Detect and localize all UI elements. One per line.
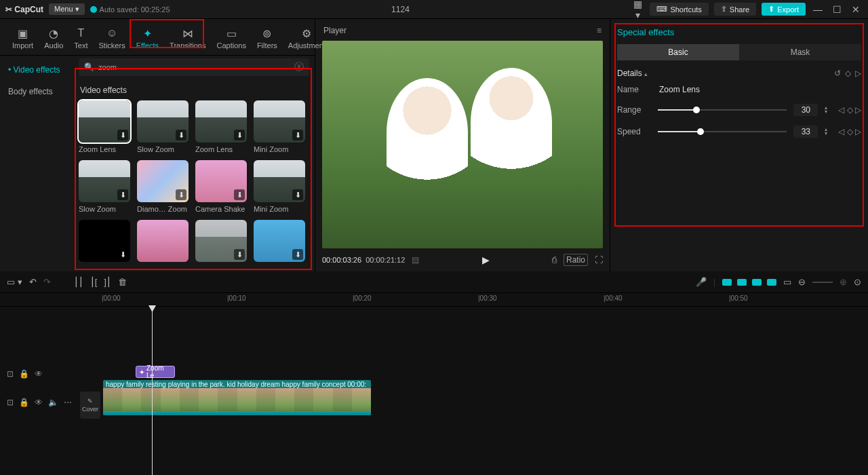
player-menu-icon[interactable]: ≡ — [597, 26, 601, 35]
effect-thumb[interactable]: ⬇ — [254, 220, 305, 262]
pointer-tool[interactable]: ▭ ▾ — [7, 277, 22, 287]
download-icon[interactable]: ⬇ — [234, 249, 245, 260]
tab-stickers[interactable]: ☺Stickers — [94, 23, 131, 55]
effect-thumb[interactable]: ⬇ — [195, 100, 247, 142]
effect-thumb[interactable]: ⬇ — [79, 160, 130, 202]
tab-mask[interactable]: Mask — [739, 44, 861, 60]
sidebar-body-effects[interactable]: Body effects — [0, 81, 73, 102]
effect-item[interactable]: ⬇ — [254, 220, 305, 262]
zoom-fit-icon[interactable]: ⊙ — [854, 277, 861, 287]
scan-icon[interactable]: ⎙ — [552, 255, 557, 265]
player-viewport[interactable] — [322, 41, 603, 248]
redo-button[interactable]: ↷ — [43, 277, 51, 287]
menu-button[interactable]: Menu ▾ — [49, 3, 85, 15]
effect-thumb[interactable] — [137, 220, 189, 262]
param-value[interactable]: 30 — [793, 104, 818, 116]
download-icon[interactable]: ⬇ — [292, 130, 303, 140]
video-clip[interactable]: happy family resting playing in the park… — [103, 380, 371, 415]
tab-effects[interactable]: ✦Effects — [131, 23, 164, 55]
timeline-ruler[interactable]: |00:00|00:10|00:20|00:30|00:40|00:50 — [0, 293, 868, 307]
preview-icon[interactable]: ▭ — [783, 277, 791, 287]
minimize-button[interactable]: — — [811, 4, 825, 15]
zoom-in-icon[interactable]: ⊕ — [840, 277, 847, 287]
zoom-slider[interactable] — [812, 282, 833, 283]
track1-controls[interactable]: ⊡🔒👁 — [7, 369, 43, 379]
timeline-tracks[interactable]: ⊡🔒👁 ⊡🔒👁🔈⋯ ✎Cover ✦Zoom Le happy family r… — [0, 307, 868, 475]
param-stepper[interactable]: ▴▾ — [825, 106, 831, 114]
playhead[interactable] — [152, 307, 153, 475]
download-icon[interactable]: ⬇ — [117, 189, 128, 200]
effect-thumb[interactable]: ⬇ — [195, 160, 247, 202]
effect-item[interactable]: ⬇Mini Zoom — [254, 160, 305, 213]
snap-3[interactable] — [752, 279, 762, 286]
effect-clip[interactable]: ✦Zoom Le — [136, 366, 175, 378]
tab-filters[interactable]: ⊚Filters — [252, 23, 283, 55]
effect-thumb[interactable]: ⬇ — [137, 100, 189, 142]
snap-1[interactable] — [722, 279, 732, 286]
effect-item[interactable]: ⬇ — [195, 220, 247, 262]
tab-text[interactable]: TText — [68, 23, 93, 55]
effect-item[interactable]: ⬇Zoom Lens — [195, 100, 247, 153]
keyframe-next-icon[interactable]: ▷ — [855, 69, 861, 78]
reset-icon[interactable]: ↺ — [834, 69, 841, 78]
play-button[interactable]: ▶ — [482, 254, 490, 265]
share-button[interactable]: ⇪ Share — [714, 3, 756, 16]
undo-button[interactable]: ↶ — [29, 277, 37, 287]
download-icon[interactable]: ⬇ — [176, 189, 186, 200]
effect-item[interactable]: ⬇Zoom Lens — [79, 100, 130, 153]
param-value[interactable]: 33 — [793, 126, 818, 138]
effect-item[interactable]: ⬇ — [79, 220, 130, 262]
ratio-button[interactable]: Ratio — [564, 254, 588, 266]
param-keyframe-icon[interactable]: ◁ ◇ ▷ — [838, 105, 861, 115]
param-slider[interactable] — [658, 131, 787, 132]
list-icon[interactable]: ▤ — [412, 255, 419, 265]
tab-captions[interactable]: ▭Captions — [211, 23, 251, 55]
effect-item[interactable]: ⬇Slow Zoom — [137, 100, 189, 153]
download-icon[interactable]: ⬇ — [292, 189, 303, 200]
download-icon[interactable]: ⬇ — [117, 130, 128, 140]
tab-basic[interactable]: Basic — [617, 44, 739, 60]
split-tool[interactable]: ⎮⎮ — [74, 277, 83, 287]
cover-button[interactable]: ✎Cover — [80, 392, 100, 419]
download-icon[interactable]: ⬇ — [117, 249, 128, 260]
effect-item[interactable]: ⬇Diamo… Zoom — [137, 160, 189, 213]
sidebar-video-effects[interactable]: Video effects — [0, 60, 73, 80]
effect-thumb[interactable]: ⬇ — [254, 160, 305, 202]
param-slider[interactable] — [658, 109, 787, 111]
keyframe-diamond-icon[interactable]: ◇ — [845, 69, 851, 78]
snap-4[interactable] — [767, 279, 776, 286]
shortcuts-button[interactable]: ⌨ Shortcuts — [650, 3, 708, 16]
tab-transitions[interactable]: ⋈Transitions — [164, 23, 211, 55]
tab-import[interactable]: ▣Import — [7, 23, 39, 55]
download-icon[interactable]: ⬇ — [234, 130, 245, 140]
effect-item[interactable] — [137, 220, 189, 262]
effect-item[interactable]: ⬇Mini Zoom — [254, 100, 305, 153]
track2-controls[interactable]: ⊡🔒👁🔈⋯ — [7, 398, 72, 407]
zoom-out-icon[interactable]: ⊖ — [798, 277, 806, 287]
effect-thumb[interactable]: ⬇ — [254, 100, 305, 142]
split-left-tool[interactable]: ⎮[ — [90, 277, 98, 287]
close-button[interactable]: ✕ — [849, 4, 863, 15]
effect-thumb[interactable]: ⬇ — [79, 100, 130, 142]
snap-2[interactable] — [737, 279, 747, 286]
delete-tool[interactable]: 🗑 — [118, 277, 127, 287]
param-stepper[interactable]: ▴▾ — [825, 128, 831, 136]
effect-thumb[interactable]: ⬇ — [195, 220, 247, 262]
fullscreen-icon[interactable]: ⛶ — [595, 255, 603, 265]
maximize-button[interactable]: ☐ — [830, 4, 844, 15]
effect-thumb[interactable]: ⬇ — [79, 220, 130, 262]
download-icon[interactable]: ⬇ — [292, 249, 303, 260]
download-icon[interactable]: ⬇ — [234, 189, 245, 200]
param-keyframe-icon[interactable]: ◁ ◇ ▷ — [838, 127, 861, 136]
effect-thumb[interactable]: ⬇ — [137, 160, 189, 202]
split-right-tool[interactable]: ]⎮ — [104, 277, 111, 287]
tab-audio[interactable]: ◔Audio — [39, 23, 68, 55]
search-bar[interactable]: 🔍 ⓧ — [79, 58, 309, 76]
layout-icon[interactable]: ▦ ▾ — [631, 0, 644, 20]
search-input[interactable] — [98, 63, 290, 71]
clear-icon[interactable]: ⓧ — [294, 61, 304, 73]
effect-item[interactable]: ⬇Camera Shake — [195, 160, 247, 213]
effect-item[interactable]: ⬇Slow Zoom — [79, 160, 130, 213]
download-icon[interactable]: ⬇ — [176, 130, 186, 140]
export-button[interactable]: ⬆ Export — [762, 3, 806, 16]
